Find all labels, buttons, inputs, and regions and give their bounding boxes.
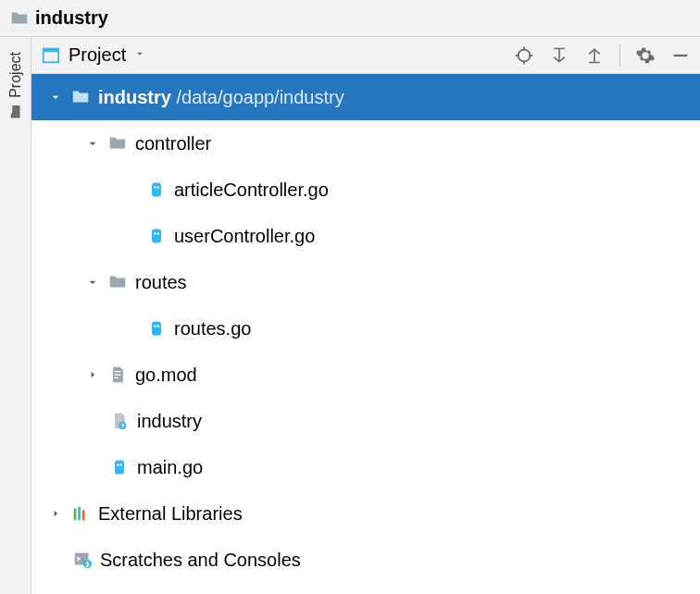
svg-point-8 [156, 232, 159, 235]
gear-icon[interactable] [635, 45, 656, 66]
text-file-icon [107, 365, 128, 385]
tree-row-industry-file[interactable]: ? industry [31, 398, 700, 444]
svg-rect-19 [82, 510, 85, 520]
tree-row-scratches[interactable]: Scratches and Consoles [31, 537, 700, 583]
svg-point-4 [154, 186, 156, 189]
tab-project-label: Project [7, 52, 24, 98]
svg-point-15 [117, 464, 119, 466]
tab-project[interactable]: Project [4, 43, 28, 130]
svg-rect-17 [74, 509, 77, 521]
breadcrumb-project-name[interactable]: industry [35, 7, 108, 29]
tree-row-maingo[interactable]: main.go [31, 444, 700, 490]
svg-rect-3 [152, 183, 161, 197]
svg-point-5 [156, 186, 159, 189]
tree-row-file[interactable]: articleController.go [31, 167, 700, 213]
svg-rect-23 [87, 562, 89, 565]
folder-icon [7, 104, 24, 120]
tree-label: main.go [137, 457, 203, 478]
chevron-right-icon[interactable] [85, 367, 100, 382]
folder-icon [107, 272, 128, 292]
svg-point-2 [519, 49, 531, 61]
folder-icon [9, 8, 30, 29]
tree-label: routes [135, 272, 187, 293]
separator [619, 44, 620, 67]
minimize-icon[interactable] [670, 45, 691, 66]
svg-text:?: ? [120, 423, 124, 429]
go-file-icon [146, 318, 167, 339]
window-icon [41, 45, 61, 66]
svg-rect-6 [152, 229, 161, 243]
locate-icon[interactable] [514, 45, 534, 66]
tree-label: industry /data/goapp/industry [98, 87, 344, 108]
collapse-all-icon[interactable] [584, 45, 605, 66]
chevron-right-icon[interactable] [48, 506, 63, 521]
tree-label: controller [135, 133, 211, 155]
tree-row-gomod[interactable]: go.mod [31, 352, 700, 398]
scratches-icon [72, 550, 93, 570]
tree-label: industry [137, 411, 202, 432]
go-file-icon [146, 179, 167, 200]
svg-point-10 [154, 325, 156, 328]
tree-row-root[interactable]: industry /data/goapp/industry [31, 74, 700, 120]
folder-icon [70, 87, 91, 107]
left-toolwindow-strip: Project [0, 37, 31, 594]
svg-rect-14 [115, 461, 124, 475]
project-panel-header: Project [31, 37, 700, 74]
chevron-down-icon[interactable] [133, 47, 146, 63]
tree-row-routes[interactable]: routes [31, 259, 700, 305]
go-file-icon [109, 457, 130, 477]
folder-icon [107, 133, 128, 154]
svg-point-7 [154, 232, 156, 235]
tree-row-external-libs[interactable]: External Libraries [31, 490, 700, 537]
tree-label: External Libraries [98, 503, 243, 525]
chevron-down-icon[interactable] [85, 136, 100, 151]
project-tree: industry /data/goapp/industry controller [31, 74, 700, 594]
panel-title[interactable]: Project [69, 44, 126, 66]
svg-rect-9 [152, 322, 161, 336]
unknown-file-icon: ? [109, 411, 130, 431]
svg-rect-18 [78, 507, 81, 521]
tree-row-file[interactable]: userController.go [31, 213, 700, 259]
svg-rect-1 [44, 48, 59, 52]
tree-label: routes.go [174, 318, 251, 340]
expand-all-icon[interactable] [549, 45, 569, 66]
tree-label: userController.go [174, 226, 315, 247]
tree-row-file[interactable]: routes.go [31, 305, 700, 352]
tree-label: Scratches and Consoles [100, 550, 301, 571]
tree-label: go.mod [135, 365, 197, 386]
svg-point-16 [119, 464, 122, 466]
tree-row-controller[interactable]: controller [31, 120, 700, 167]
project-tool-window: Project [31, 37, 700, 594]
svg-point-11 [156, 325, 159, 328]
library-icon [70, 503, 91, 524]
go-file-icon [146, 226, 167, 246]
chevron-down-icon[interactable] [48, 90, 63, 105]
tree-label: articleController.go [174, 179, 329, 201]
breadcrumb: industry [0, 0, 700, 37]
chevron-down-icon[interactable] [85, 275, 100, 290]
